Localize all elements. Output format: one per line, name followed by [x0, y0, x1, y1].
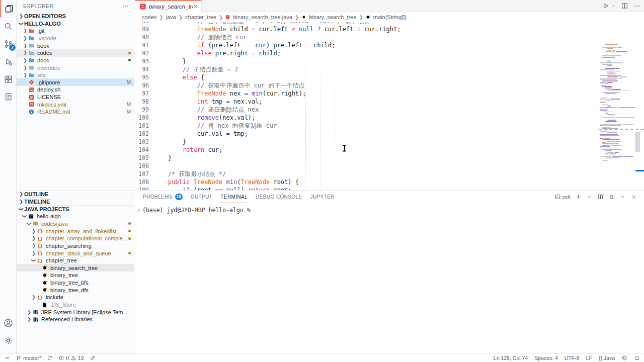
code-line-108[interactable]: 108 public TreeNode min(TreeNode root) {	[135, 178, 644, 186]
breadcrumb-item-binary-search-tree[interactable]: binary_search_tree	[301, 14, 356, 20]
chevron-icon[interactable]: ❯	[31, 295, 36, 300]
code-line-102[interactable]: 102 cur.val = tmp;	[135, 130, 644, 138]
java-project-item-binary-tree-bfs[interactable]: binary_tree_bfs	[17, 279, 134, 287]
chevron-icon[interactable]: ❯	[22, 214, 27, 219]
open-editors-section[interactable]: ❯ OPEN EDITORS	[17, 12, 134, 20]
status-java-status[interactable]	[90, 355, 96, 361]
minimap[interactable]	[599, 44, 635, 190]
code-line-93[interactable]: 93 }	[135, 57, 644, 65]
panel-tab-jupyter[interactable]: JUPYTER	[310, 191, 335, 203]
breadcrumb-item-main-string-[interactable]: main(String[])	[366, 14, 407, 20]
code-line-95[interactable]: 95 else {	[135, 73, 644, 81]
java-project-item-jre-system-library-eclipse-temurin-17-17-[interactable]: ❯JRE System Library [Eclipse Temurin 17 …	[17, 308, 134, 316]
timeline-section[interactable]: ❯ TIMELINE	[17, 198, 134, 205]
java-project-item-codes-java[interactable]: ❯codes/java	[17, 220, 134, 228]
java-projects-section[interactable]: ❯ JAVA PROJECTS	[17, 205, 134, 213]
java-project-item-binary-tree[interactable]: binary_tree	[17, 272, 134, 279]
explorer-item-deploy-sh[interactable]: deploy.sh	[17, 86, 134, 94]
java-project-item-binary-search-tree[interactable]: binary_search_tree	[17, 264, 134, 272]
close-panel-button[interactable]	[630, 194, 637, 200]
chevron-right-icon[interactable]: ❯	[23, 43, 28, 48]
terminal-content[interactable]: (base) jyd@JYD-MBP hello-algo %	[137, 207, 644, 214]
chevron-right-icon[interactable]: ❯	[23, 50, 28, 55]
code-line-105[interactable]: 105 }	[135, 154, 644, 162]
chevron-right-icon[interactable]: ❯	[23, 58, 28, 63]
code-line-90[interactable]: 90 // 删除结点 cur	[135, 33, 644, 41]
explorer-item-docs[interactable]: ❯docs	[17, 57, 134, 64]
breadcrumb-item-binary-search-tree-java[interactable]: binary_search_tree.java	[225, 14, 292, 20]
explorer-item-license[interactable]: LICENSE	[17, 94, 134, 101]
panel-tab-output[interactable]: OUTPUT	[191, 191, 213, 203]
chevron-icon[interactable]: ❯	[27, 317, 32, 322]
java-project-item-hello-algo[interactable]: ❯hello-algo	[17, 213, 134, 220]
activity-bar-item-settings[interactable]	[0, 332, 17, 349]
java-project-item-referenced-libraries[interactable]: ❯Referenced Libraries	[17, 316, 134, 323]
code-line-99[interactable]: 99 // 递归删除结点 nex	[135, 106, 644, 114]
activity-bar-item-search[interactable]	[0, 18, 17, 35]
activity-bar-item-explorer[interactable]	[0, 0, 17, 18]
breadcrumb-item-codes[interactable]: codes	[142, 14, 156, 20]
breadcrumb-item-chapter-tree[interactable]: chapter_tree	[185, 14, 216, 20]
code-line-98[interactable]: 98 int tmp = nex.val;	[135, 98, 644, 106]
panel-tab-terminal[interactable]: TERMINAL	[220, 191, 248, 203]
chevron-icon[interactable]: ❯	[31, 243, 36, 248]
chevron-icon[interactable]: ❯	[31, 258, 36, 263]
more-actions-button[interactable]: ⋯	[633, 2, 640, 10]
explorer-item--vscode[interactable]: ❯.vscode	[17, 35, 134, 42]
status-branch[interactable]: master*	[16, 355, 41, 361]
project-root-section[interactable]: ❯ HELLO-ALGO	[17, 20, 134, 27]
chevron-icon[interactable]: ❯	[31, 251, 36, 256]
code-line-91[interactable]: 91 if (pre.left == cur) pre.left = child…	[135, 41, 644, 49]
code-line-103[interactable]: 103 }	[135, 138, 644, 146]
explorer-item-readme-md[interactable]: README.mdM	[17, 108, 134, 116]
status-problems[interactable]: 019	[58, 355, 84, 361]
code-line-100[interactable]: 100 remove(nex.val);	[135, 114, 644, 122]
breadcrumb-item-java[interactable]: java	[166, 14, 176, 20]
tab-binary-search-tree-java[interactable]: binary_search_tree.java ×	[135, 0, 202, 12]
new-terminal-button[interactable]	[575, 194, 582, 200]
explorer-item-book[interactable]: ❯book	[17, 42, 134, 49]
kill-terminal-button[interactable]	[608, 194, 615, 200]
shell-picker-button[interactable]: zsh	[554, 194, 571, 200]
chevron-icon[interactable]: ❯	[27, 221, 32, 226]
code-line-92[interactable]: 92 else pre.right = child;	[135, 49, 644, 57]
java-project-item-chapter-computational-complexity[interactable]: ❯{}chapter_computational_complexity	[17, 235, 134, 242]
chevron-icon[interactable]: ❯	[31, 229, 36, 234]
activity-bar-item-source-control[interactable]: 7	[0, 35, 17, 53]
run-options-button[interactable]	[611, 2, 616, 10]
status-feedback[interactable]	[621, 355, 627, 361]
status-encoding[interactable]: UTF-8	[565, 355, 580, 361]
explorer-item-codes[interactable]: ❯codes	[17, 49, 134, 57]
status-language-mode[interactable]: {} Java	[599, 355, 615, 361]
java-project-item-chapter-array-and-linkedlist[interactable]: ❯{}chapter_array_and_linkedlist	[17, 227, 134, 235]
split-editor-button[interactable]	[621, 2, 628, 10]
chevron-right-icon[interactable]: ❯	[23, 72, 28, 77]
activity-bar-item-run-debug[interactable]	[0, 53, 17, 70]
java-project-item-chapter-stack-and-queue[interactable]: ❯{}chapter_stack_and_queue	[17, 249, 134, 257]
panel-tab-problems[interactable]: PROBLEMS19	[143, 191, 183, 203]
code-line-109[interactable]: 109 if (root == null) return root;	[135, 186, 644, 190]
activity-bar-item-account[interactable]	[0, 314, 17, 332]
chevron-right-icon[interactable]: ❯	[23, 28, 28, 33]
maximize-panel-button[interactable]	[619, 194, 626, 200]
java-project-item-include[interactable]: ❯{}include	[17, 294, 134, 301]
chevron-icon[interactable]: ❯	[27, 310, 32, 315]
explorer-item--git[interactable]: ❯.git	[17, 27, 134, 35]
terminal-dropdown-button[interactable]	[586, 194, 593, 200]
explorer-item-mkdocs-yml[interactable]: mkdocs.ymlM	[17, 101, 134, 108]
code-line-89[interactable]: 89 TreeNode child = cur.left ≠ null ? cu…	[135, 25, 644, 33]
tab-close-icon[interactable]: ×	[193, 3, 198, 10]
java-project-item--ds-store[interactable]: .DS_Store	[17, 301, 134, 309]
code-line-96[interactable]: 96 // 获取中序遍历中 cur 的下一个结点	[135, 81, 644, 89]
explorer-item-site[interactable]: ❯site	[17, 71, 134, 79]
activity-bar-item-notebook[interactable]	[0, 88, 17, 106]
code-line-107[interactable]: 107 /* 获取最小结点 */	[135, 170, 644, 178]
explorer-item-overrides[interactable]: ❯overrides	[17, 64, 134, 71]
split-terminal-button[interactable]	[597, 194, 604, 200]
java-project-item-chapter-tree[interactable]: ❯{}chapter_tree	[17, 257, 134, 264]
code-line-106[interactable]: 106	[135, 162, 644, 170]
activity-bar-item-extensions[interactable]	[0, 70, 17, 88]
chevron-right-icon[interactable]: ❯	[23, 65, 28, 70]
editor-scrollbar-thumb[interactable]	[635, 132, 640, 152]
code-editor[interactable]: 88 // 当子结点数量 = 0 / 1 时, child = null / 该…	[135, 22, 644, 190]
